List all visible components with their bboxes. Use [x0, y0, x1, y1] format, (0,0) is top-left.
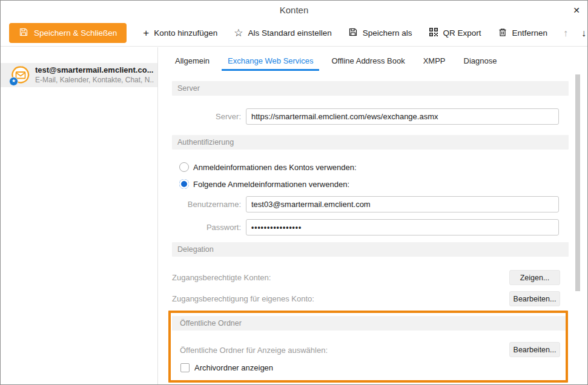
- archive-folder-checkbox-row[interactable]: Archivordner anzeigen: [180, 363, 273, 372]
- account-list-item[interactable]: ★ test@smartermail.emclient.co... E-Mail…: [1, 63, 157, 87]
- settings-tabs: Allgemein Exchange Web Services Offline …: [169, 50, 503, 71]
- account-avatar: ★: [10, 65, 31, 85]
- scrollbar-track[interactable]: [575, 74, 580, 384]
- account-settings-panel: Allgemein Exchange Web Services Offline …: [159, 47, 587, 384]
- qr-export-button[interactable]: QR Export: [429, 27, 481, 39]
- radio-unchecked-icon[interactable]: [179, 162, 189, 172]
- save-as-label: Speichern als: [363, 28, 412, 38]
- save-as-icon: [348, 27, 358, 39]
- checkbox-unchecked-icon[interactable]: [180, 363, 190, 372]
- title-bar: Konten ✕: [1, 1, 587, 20]
- server-input[interactable]: [246, 108, 559, 125]
- save-and-close-label: Speichern & Schließen: [34, 28, 117, 38]
- plus-icon: +: [143, 28, 149, 38]
- toolbar: Speichern & Schließen + Konto hinzufügen…: [1, 20, 587, 47]
- save-and-close-button[interactable]: Speichern & Schließen: [9, 23, 127, 43]
- radio-checked-icon[interactable]: [179, 179, 189, 189]
- qr-code-icon: [429, 27, 438, 39]
- tab-diagnose[interactable]: Diagnose: [458, 50, 503, 71]
- scrollbar-thumb[interactable]: [575, 74, 580, 291]
- trash-icon: [498, 27, 507, 39]
- tab-xmpp[interactable]: XMPP: [417, 50, 452, 71]
- delegation-section-header: Delegation: [172, 242, 569, 257]
- own-account-permissions-edit-button[interactable]: Bearbeiten...: [509, 291, 560, 306]
- tab-allgemein[interactable]: Allgemein: [169, 50, 216, 71]
- public-folders-edit-button[interactable]: Bearbeiten...: [509, 342, 560, 357]
- public-folders-select-label: Öffentliche Ordner für Anzeige auswählen…: [180, 346, 328, 355]
- remove-label: Entfernen: [512, 28, 548, 38]
- save-icon: [19, 27, 28, 39]
- account-list-sidebar: ★ test@smartermail.emclient.co... E-Mail…: [1, 47, 158, 384]
- move-down-icon[interactable]: ↓: [581, 28, 586, 39]
- accounts-dialog: Konten ✕ Speichern & Schließen + Konto h…: [0, 0, 588, 385]
- save-as-button[interactable]: Speichern als: [348, 27, 412, 39]
- account-services-subtitle: E-Mail, Kalender, Kontakte, Chat, N...: [35, 76, 154, 84]
- username-input[interactable]: [246, 196, 559, 212]
- tab-offline-address-book[interactable]: Offline Address Book: [325, 50, 411, 71]
- add-account-label: Konto hinzufügen: [154, 28, 217, 38]
- username-label: Benutzername:: [159, 200, 241, 209]
- archive-folder-checkbox-label[interactable]: Archivordner anzeigen: [194, 363, 273, 372]
- delegated-accounts-show-button[interactable]: Zeigen...: [509, 270, 560, 285]
- star-icon: ☆: [234, 28, 243, 38]
- default-account-badge-star-icon: ★: [9, 77, 18, 86]
- tab-exchange-web-services[interactable]: Exchange Web Services: [222, 50, 319, 71]
- move-up-icon[interactable]: ↑: [563, 28, 568, 39]
- radio-use-following-credentials-label[interactable]: Folgende Anmeldeinformationen verwenden:: [193, 180, 349, 189]
- add-account-button[interactable]: + Konto hinzufügen: [143, 28, 217, 38]
- radio-use-following-credentials[interactable]: Folgende Anmeldeinformationen verwenden:: [179, 179, 349, 189]
- set-default-label: Als Standard einstellen: [248, 28, 332, 38]
- password-label: Passwort:: [159, 223, 241, 232]
- server-label: Server:: [159, 112, 241, 121]
- radio-use-account-credentials[interactable]: Anmeldeinformationen des Kontos verwende…: [179, 162, 357, 172]
- radio-use-account-credentials-label[interactable]: Anmeldeinformationen des Kontos verwende…: [193, 163, 357, 172]
- authentication-section-header: Authentifizierung: [172, 135, 569, 150]
- own-account-permissions-label: Zugangsberechtigung für eigenes Konto:: [172, 294, 314, 303]
- server-section-header: Server: [172, 81, 569, 96]
- account-title: test@smartermail.emclient.co...: [35, 65, 154, 74]
- public-folders-section-header: Öffentliche Ordner: [172, 316, 566, 331]
- password-input[interactable]: [246, 219, 559, 235]
- close-icon[interactable]: ✕: [573, 4, 580, 16]
- qr-export-label: QR Export: [443, 28, 481, 38]
- delegated-accounts-label: Zugangsberechtigte Konten:: [172, 273, 271, 282]
- set-default-button[interactable]: ☆ Als Standard einstellen: [234, 28, 331, 38]
- dialog-title: Konten: [1, 1, 587, 20]
- remove-button[interactable]: Entfernen: [498, 27, 548, 39]
- highlight-annotation: Öffentliche Ordner Öffentliche Ordner fü…: [168, 311, 568, 383]
